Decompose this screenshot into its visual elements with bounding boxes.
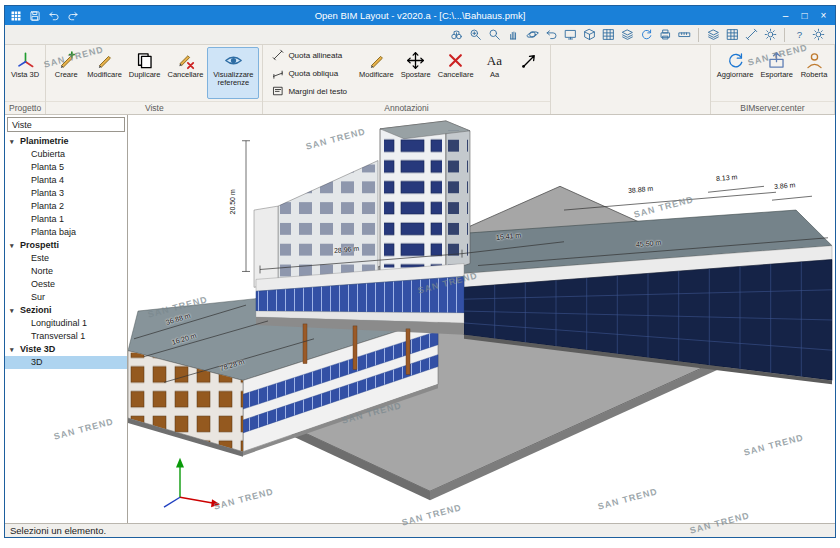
tree-section-sezioni[interactable]: ▾Sezioni bbox=[5, 304, 127, 317]
help-button[interactable] bbox=[790, 27, 808, 43]
tree-item-planta-1[interactable]: Planta 1 bbox=[5, 213, 127, 226]
section-label: Sezioni bbox=[20, 305, 52, 316]
toolbar-divider bbox=[784, 28, 785, 42]
button-label: Vista 3D bbox=[11, 71, 39, 79]
ribbon-button-cancellare-annotazione[interactable]: Cancellare bbox=[435, 47, 477, 99]
tree-item-planta-5[interactable]: Planta 5 bbox=[5, 161, 127, 174]
person-icon bbox=[805, 51, 824, 70]
button-label: Aggiornare bbox=[717, 71, 754, 79]
app-icon bbox=[10, 10, 22, 22]
tree-section-planimetrie[interactable]: ▾Planimetrie bbox=[5, 135, 127, 148]
tree-item-planta-2[interactable]: Planta 2 bbox=[5, 200, 127, 213]
tree-item-norte[interactable]: Norte bbox=[5, 265, 127, 278]
ribbon-group-label: Progetto bbox=[5, 101, 45, 114]
window-title: Open BIM Layout - v2020.a - [C:\...\Bahu… bbox=[5, 10, 835, 21]
wireframe-button[interactable] bbox=[599, 27, 617, 43]
collapse-icon[interactable]: ▾ bbox=[10, 344, 17, 355]
tree-item-sur[interactable]: Sur bbox=[5, 291, 127, 304]
ribbon-button-modificare[interactable]: Modificare bbox=[84, 47, 125, 99]
ribbon-button-cancellare[interactable]: Cancellare bbox=[165, 47, 207, 99]
options-button[interactable] bbox=[809, 27, 827, 43]
magnifier-plus-icon bbox=[469, 28, 482, 41]
print-button[interactable] bbox=[656, 27, 674, 43]
ribbon-button-quota-allineata[interactable]: Quota allineata bbox=[268, 47, 351, 63]
ortho-button[interactable] bbox=[742, 27, 760, 43]
ribbon-button-linea-di-richiamo[interactable] bbox=[513, 47, 547, 99]
tree-item-longitudinal-1[interactable]: Longitudinal 1 bbox=[5, 317, 127, 330]
tree-item-este[interactable]: Este bbox=[5, 252, 127, 265]
undo-button[interactable] bbox=[45, 8, 62, 23]
ribbon-button-vista-3d[interactable]: Vista 3D bbox=[8, 47, 42, 99]
x-red-icon bbox=[446, 51, 465, 70]
zoom-extents-button[interactable] bbox=[485, 27, 503, 43]
save-button[interactable] bbox=[26, 8, 43, 23]
ribbon-button-visualizzare-referenze[interactable]: Visualizzare referenze bbox=[207, 47, 259, 99]
ribbon-group-label: Annotazioni bbox=[263, 101, 549, 114]
ribbon-button-aggiornare[interactable]: Aggiornare bbox=[714, 47, 757, 99]
viewport-3d[interactable]: 20.50 m28.96 m15.41 m38.88 m8.13 m3.86 m… bbox=[128, 115, 835, 523]
grid-icon bbox=[726, 28, 739, 41]
view-toolbar bbox=[5, 25, 835, 45]
button-label: Spostare bbox=[401, 71, 431, 79]
pan-button[interactable] bbox=[504, 27, 522, 43]
tree-item-3d[interactable]: 3D bbox=[5, 356, 127, 369]
orbit-3d-button[interactable] bbox=[523, 27, 541, 43]
snap-button[interactable] bbox=[723, 27, 741, 43]
button-label: Modificare bbox=[359, 71, 394, 79]
collapse-icon[interactable]: ▾ bbox=[10, 305, 17, 316]
tree-item-oeste[interactable]: Oeste bbox=[5, 278, 127, 291]
move-icon bbox=[406, 51, 425, 70]
close-button[interactable]: × bbox=[814, 8, 833, 23]
tree-item-planta-4[interactable]: Planta 4 bbox=[5, 174, 127, 187]
ribbon-group-viste: CreareModificareDuplicareCancellareVisua… bbox=[46, 45, 263, 114]
ribbon-button-modificare-annotazione[interactable]: Modificare bbox=[356, 47, 397, 99]
ribbon-button-margini-del-testo[interactable]: Margini del testo bbox=[268, 83, 351, 99]
redo-icon bbox=[67, 10, 79, 22]
shaded-view-button[interactable] bbox=[618, 27, 636, 43]
redraw-button[interactable] bbox=[637, 27, 655, 43]
previous-view-button[interactable] bbox=[542, 27, 560, 43]
tree-item-planta-3[interactable]: Planta 3 bbox=[5, 187, 127, 200]
binoculars-icon bbox=[450, 28, 463, 41]
ribbon-button-creare[interactable]: Creare bbox=[49, 47, 83, 99]
3d-model bbox=[128, 115, 835, 523]
ribbon-button-esportare[interactable]: Esportare bbox=[757, 47, 796, 99]
settings-button[interactable] bbox=[761, 27, 779, 43]
toolbar-divider bbox=[698, 28, 699, 42]
text-margins-icon bbox=[272, 85, 284, 97]
layers-button[interactable] bbox=[704, 27, 722, 43]
perspective-button[interactable] bbox=[580, 27, 598, 43]
tree-section-prospetti[interactable]: ▾Prospetti bbox=[5, 239, 127, 252]
button-label: Cancellare bbox=[438, 71, 474, 79]
pencil-icon bbox=[95, 51, 114, 70]
ribbon-button-quota-obliqua[interactable]: Quota obliqua bbox=[268, 65, 351, 81]
tree-item-transversal-1[interactable]: Transversal 1 bbox=[5, 330, 127, 343]
button-label: Cancellare bbox=[168, 71, 204, 79]
ribbon-button-testo[interactable]: Aa bbox=[478, 47, 512, 99]
minimize-button[interactable]: – bbox=[776, 8, 795, 23]
zoom-window-button[interactable] bbox=[466, 27, 484, 43]
tree-section-viste-3d[interactable]: ▾Viste 3D bbox=[5, 343, 127, 356]
window-controls: – □ × bbox=[776, 8, 833, 23]
button-label: Duplicare bbox=[129, 71, 161, 79]
tree-item-cubierta[interactable]: Cubierta bbox=[5, 148, 127, 161]
ribbon-button-spostare[interactable]: Spostare bbox=[398, 47, 434, 99]
status-bar: Selezioni un elemento. bbox=[5, 523, 835, 537]
measure-button[interactable] bbox=[675, 27, 693, 43]
find-button[interactable] bbox=[447, 27, 465, 43]
pencil-icon bbox=[367, 51, 386, 70]
collapse-icon[interactable]: ▾ bbox=[10, 240, 17, 251]
redo-button[interactable] bbox=[64, 8, 81, 23]
ribbon-group-label: BIMserver.center bbox=[711, 101, 834, 114]
collapse-icon[interactable]: ▾ bbox=[10, 136, 17, 147]
ribbon-button-duplicare[interactable]: Duplicare bbox=[126, 47, 164, 99]
tree-item-planta-baja[interactable]: Planta baja bbox=[5, 226, 127, 239]
front-view-button[interactable] bbox=[561, 27, 579, 43]
app-button[interactable] bbox=[7, 8, 24, 23]
ribbon: Vista 3DProgettoCreareModificareDuplicar… bbox=[5, 45, 835, 115]
button-label: Margini del testo bbox=[288, 87, 347, 96]
view-tree: ▾PlanimetrieCubiertaPlanta 5Planta 4Plan… bbox=[5, 134, 127, 523]
maximize-button[interactable]: □ bbox=[795, 8, 814, 23]
button-label: Quota allineata bbox=[288, 51, 342, 60]
ribbon-button-roberta[interactable]: Roberta bbox=[797, 47, 831, 99]
